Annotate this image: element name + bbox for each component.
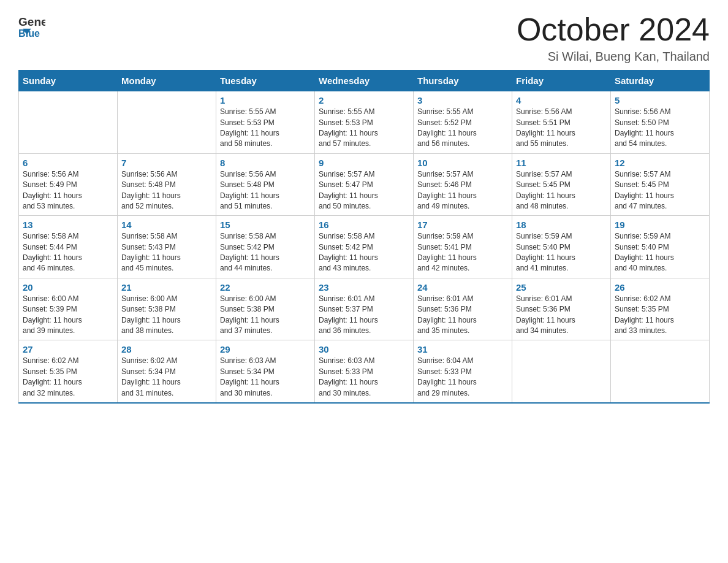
- title-block: October 2024 Si Wilai, Bueng Kan, Thaila…: [517, 12, 710, 64]
- day-number: 28: [121, 344, 212, 354]
- day-info: Sunrise: 5:58 AM Sunset: 5:42 PM Dayligh…: [220, 231, 311, 274]
- day-number: 30: [319, 344, 409, 354]
- week-row-2: 6Sunrise: 5:56 AM Sunset: 5:49 PM Daylig…: [19, 153, 710, 216]
- header-thursday: Thursday: [414, 71, 512, 91]
- calendar-cell: 13Sunrise: 5:58 AM Sunset: 5:44 PM Dayli…: [19, 216, 118, 278]
- calendar-cell: 15Sunrise: 5:58 AM Sunset: 5:42 PM Dayli…: [216, 216, 315, 278]
- calendar-cell: 28Sunrise: 6:02 AM Sunset: 5:34 PM Dayli…: [118, 340, 216, 403]
- day-number: 12: [615, 158, 705, 168]
- calendar-cell: 18Sunrise: 5:59 AM Sunset: 5:40 PM Dayli…: [512, 216, 611, 278]
- day-number: 19: [615, 220, 705, 230]
- day-number: 5: [615, 95, 705, 105]
- calendar-cell: [611, 340, 710, 403]
- day-info: Sunrise: 6:02 AM Sunset: 5:35 PM Dayligh…: [23, 356, 113, 399]
- day-number: 7: [121, 158, 212, 168]
- day-info: Sunrise: 5:57 AM Sunset: 5:46 PM Dayligh…: [417, 169, 508, 212]
- calendar-cell: 8Sunrise: 5:56 AM Sunset: 5:48 PM Daylig…: [216, 153, 315, 216]
- day-number: 22: [220, 282, 311, 293]
- day-info: Sunrise: 6:01 AM Sunset: 5:36 PM Dayligh…: [516, 294, 607, 337]
- calendar-cell: 19Sunrise: 5:59 AM Sunset: 5:40 PM Dayli…: [611, 216, 710, 278]
- day-number: 27: [23, 344, 113, 354]
- day-info: Sunrise: 6:01 AM Sunset: 5:37 PM Dayligh…: [319, 294, 409, 337]
- week-row-4: 20Sunrise: 6:00 AM Sunset: 5:39 PM Dayli…: [19, 278, 710, 340]
- day-number: 4: [516, 95, 607, 105]
- day-info: Sunrise: 6:00 AM Sunset: 5:39 PM Dayligh…: [23, 294, 113, 337]
- calendar-cell: 21Sunrise: 6:00 AM Sunset: 5:38 PM Dayli…: [118, 278, 216, 340]
- calendar-cell: 24Sunrise: 6:01 AM Sunset: 5:36 PM Dayli…: [414, 278, 512, 340]
- calendar-cell: 2Sunrise: 5:55 AM Sunset: 5:53 PM Daylig…: [315, 91, 414, 154]
- day-info: Sunrise: 5:57 AM Sunset: 5:47 PM Dayligh…: [319, 169, 409, 212]
- calendar-cell: 1Sunrise: 5:55 AM Sunset: 5:53 PM Daylig…: [216, 91, 315, 154]
- day-info: Sunrise: 5:56 AM Sunset: 5:48 PM Dayligh…: [121, 169, 212, 212]
- day-info: Sunrise: 5:56 AM Sunset: 5:48 PM Dayligh…: [220, 169, 311, 212]
- calendar-cell: 25Sunrise: 6:01 AM Sunset: 5:36 PM Dayli…: [512, 278, 611, 340]
- month-year-title: October 2024: [517, 12, 710, 47]
- calendar-cell: 3Sunrise: 5:55 AM Sunset: 5:52 PM Daylig…: [414, 91, 512, 154]
- calendar-cell: 6Sunrise: 5:56 AM Sunset: 5:49 PM Daylig…: [19, 153, 118, 216]
- logo: General Blue: [18, 12, 48, 39]
- calendar-cell: [118, 91, 216, 154]
- day-info: Sunrise: 6:03 AM Sunset: 5:33 PM Dayligh…: [319, 356, 409, 399]
- calendar-cell: 9Sunrise: 5:57 AM Sunset: 5:47 PM Daylig…: [315, 153, 414, 216]
- calendar-cell: 4Sunrise: 5:56 AM Sunset: 5:51 PM Daylig…: [512, 91, 611, 154]
- day-info: Sunrise: 5:58 AM Sunset: 5:42 PM Dayligh…: [319, 231, 409, 274]
- day-info: Sunrise: 5:57 AM Sunset: 5:45 PM Dayligh…: [516, 169, 607, 212]
- calendar-cell: 29Sunrise: 6:03 AM Sunset: 5:34 PM Dayli…: [216, 340, 315, 403]
- logo-icon: General Blue: [18, 12, 45, 39]
- calendar-cell: 14Sunrise: 5:58 AM Sunset: 5:43 PM Dayli…: [118, 216, 216, 278]
- calendar-table: SundayMondayTuesdayWednesdayThursdayFrid…: [18, 70, 710, 404]
- day-number: 31: [417, 344, 508, 354]
- day-info: Sunrise: 6:03 AM Sunset: 5:34 PM Dayligh…: [220, 356, 311, 399]
- calendar-cell: 31Sunrise: 6:04 AM Sunset: 5:33 PM Dayli…: [414, 340, 512, 403]
- day-number: 15: [220, 220, 311, 230]
- svg-text:Blue: Blue: [18, 28, 40, 39]
- week-row-5: 27Sunrise: 6:02 AM Sunset: 5:35 PM Dayli…: [19, 340, 710, 403]
- day-info: Sunrise: 5:57 AM Sunset: 5:45 PM Dayligh…: [615, 169, 705, 212]
- day-number: 11: [516, 158, 607, 168]
- day-info: Sunrise: 5:58 AM Sunset: 5:44 PM Dayligh…: [23, 231, 113, 274]
- day-number: 14: [121, 220, 212, 230]
- day-number: 18: [516, 220, 607, 230]
- day-number: 8: [220, 158, 311, 168]
- svg-text:General: General: [18, 15, 45, 28]
- day-number: 13: [23, 220, 113, 230]
- day-info: Sunrise: 5:58 AM Sunset: 5:43 PM Dayligh…: [121, 231, 212, 274]
- location-subtitle: Si Wilai, Bueng Kan, Thailand: [517, 50, 710, 64]
- header-saturday: Saturday: [611, 71, 710, 91]
- week-row-1: 1Sunrise: 5:55 AM Sunset: 5:53 PM Daylig…: [19, 91, 710, 154]
- calendar-cell: 16Sunrise: 5:58 AM Sunset: 5:42 PM Dayli…: [315, 216, 414, 278]
- day-number: 1: [220, 95, 311, 105]
- calendar-cell: 27Sunrise: 6:02 AM Sunset: 5:35 PM Dayli…: [19, 340, 118, 403]
- day-number: 21: [121, 282, 212, 293]
- day-info: Sunrise: 5:56 AM Sunset: 5:51 PM Dayligh…: [516, 107, 607, 150]
- day-number: 25: [516, 282, 607, 293]
- day-info: Sunrise: 5:59 AM Sunset: 5:41 PM Dayligh…: [417, 231, 508, 274]
- day-number: 17: [417, 220, 508, 230]
- day-number: 24: [417, 282, 508, 293]
- day-number: 9: [319, 158, 409, 168]
- header-monday: Monday: [118, 71, 216, 91]
- day-info: Sunrise: 5:56 AM Sunset: 5:49 PM Dayligh…: [23, 169, 113, 212]
- header-sunday: Sunday: [19, 71, 118, 91]
- day-info: Sunrise: 5:55 AM Sunset: 5:53 PM Dayligh…: [319, 107, 409, 150]
- day-number: 16: [319, 220, 409, 230]
- day-info: Sunrise: 6:02 AM Sunset: 5:35 PM Dayligh…: [615, 294, 705, 337]
- calendar-cell: 30Sunrise: 6:03 AM Sunset: 5:33 PM Dayli…: [315, 340, 414, 403]
- calendar-body: 1Sunrise: 5:55 AM Sunset: 5:53 PM Daylig…: [19, 91, 710, 403]
- page-header: General Blue October 2024 Si Wilai, Buen…: [18, 12, 710, 64]
- day-info: Sunrise: 6:01 AM Sunset: 5:36 PM Dayligh…: [417, 294, 508, 337]
- calendar-cell: [19, 91, 118, 154]
- header-row: SundayMondayTuesdayWednesdayThursdayFrid…: [19, 71, 710, 91]
- calendar-cell: 20Sunrise: 6:00 AM Sunset: 5:39 PM Dayli…: [19, 278, 118, 340]
- day-info: Sunrise: 5:55 AM Sunset: 5:53 PM Dayligh…: [220, 107, 311, 150]
- calendar-cell: 22Sunrise: 6:00 AM Sunset: 5:38 PM Dayli…: [216, 278, 315, 340]
- calendar-cell: [512, 340, 611, 403]
- calendar-cell: 17Sunrise: 5:59 AM Sunset: 5:41 PM Dayli…: [414, 216, 512, 278]
- day-info: Sunrise: 5:59 AM Sunset: 5:40 PM Dayligh…: [615, 231, 705, 274]
- day-number: 2: [319, 95, 409, 105]
- calendar-cell: 5Sunrise: 5:56 AM Sunset: 5:50 PM Daylig…: [611, 91, 710, 154]
- calendar-header: SundayMondayTuesdayWednesdayThursdayFrid…: [19, 71, 710, 91]
- day-number: 26: [615, 282, 705, 293]
- day-number: 6: [23, 158, 113, 168]
- calendar-cell: 26Sunrise: 6:02 AM Sunset: 5:35 PM Dayli…: [611, 278, 710, 340]
